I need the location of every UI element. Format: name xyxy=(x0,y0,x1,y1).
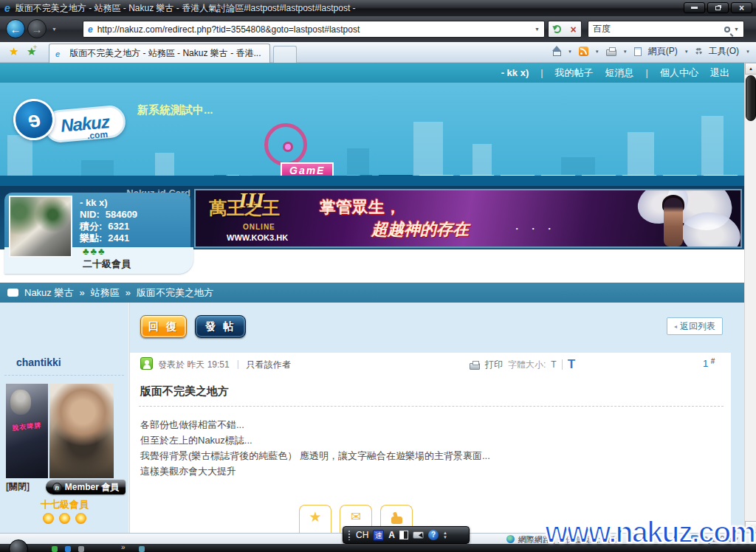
tools-dropdown-icon[interactable]: ▼ xyxy=(746,49,750,54)
screen: e 版面不完美之地方 - 站務區 - Nakuz 樂古 - 香港人氣討論區#la… xyxy=(0,0,756,552)
ime-keyboard-icon[interactable] xyxy=(413,531,424,539)
page-favicon: e xyxy=(88,24,93,35)
new-post-button[interactable]: 發 帖 xyxy=(195,315,246,338)
ime-grip-handle[interactable] xyxy=(348,530,351,540)
minimize-button[interactable] xyxy=(684,2,705,13)
taskbar-item[interactable] xyxy=(139,546,145,552)
home-dropdown-icon[interactable]: ▼ xyxy=(568,49,572,54)
nid-value: 584609 xyxy=(106,209,137,221)
sun-icon xyxy=(59,513,70,524)
userbar-separator: | xyxy=(646,67,648,78)
rss-dropdown-icon[interactable]: ▼ xyxy=(595,49,599,54)
browser-tab[interactable]: e 版面不完美之地方 - 站務區 - Nakuz 樂古 - 香港... xyxy=(49,44,270,63)
rss-icon[interactable] xyxy=(579,46,588,56)
restore-button[interactable] xyxy=(707,2,729,13)
ad-dots: ・・・ xyxy=(512,223,560,236)
ime-fullwidth-toggle[interactable]: A xyxy=(388,530,395,540)
fontsize-small-button[interactable]: T xyxy=(551,359,556,370)
nakuz-logo[interactable]: Nakuz xyxy=(43,104,126,143)
my-posts-link[interactable]: 我的帖子 xyxy=(555,66,594,80)
quicklaunch-icon[interactable] xyxy=(52,546,58,552)
logout-link[interactable]: 退出 xyxy=(710,66,729,80)
back-to-list-button[interactable]: ◂ 返回列表 xyxy=(667,317,723,335)
post-divider xyxy=(139,406,724,407)
ime-language[interactable]: CH xyxy=(356,530,368,540)
fontsize-large-button[interactable]: T xyxy=(568,357,575,372)
speech-bubble-icon xyxy=(7,289,18,297)
scroll-up-icon[interactable]: ▲ xyxy=(745,63,756,75)
idcard-rank: 二十級會員 xyxy=(83,258,131,271)
address-dropdown-icon[interactable]: ▼ xyxy=(535,27,540,32)
post-floor[interactable]: 1 # xyxy=(703,357,715,369)
points-value: 2441 xyxy=(108,232,129,244)
print-dropdown-icon[interactable]: ▼ xyxy=(623,49,628,54)
gear-icon[interactable] xyxy=(695,48,702,55)
score-label: 積分: xyxy=(80,221,102,232)
breadcrumb-section[interactable]: 站務區 xyxy=(91,286,120,300)
reply-button[interactable]: 回 復 xyxy=(140,315,187,338)
refresh-icon[interactable] xyxy=(553,25,561,33)
quicklaunch-chevron[interactable]: » xyxy=(121,543,126,551)
window-titlebar: e 版面不完美之地方 - 站務區 - Nakuz 樂古 - 香港人氣討論區#la… xyxy=(0,0,756,16)
rate-star-button[interactable]: ★ xyxy=(299,505,331,533)
ime-help-icon[interactable]: ? xyxy=(428,530,439,540)
vertical-scrollbar[interactable]: ▲ ▼ xyxy=(744,63,756,533)
post-tools: 打印 字體大小: T T xyxy=(470,357,575,372)
messages-link[interactable]: 短消息 xyxy=(605,66,634,80)
stop-icon[interactable]: × xyxy=(571,24,577,35)
tab-title: 版面不完美之地方 - 站務區 - Nakuz 樂古 - 香港... xyxy=(69,47,261,60)
quicklaunch-icon[interactable] xyxy=(78,546,84,552)
points-label: 樂點: xyxy=(80,232,102,244)
sun-icon xyxy=(43,513,54,524)
forward-button[interactable]: → xyxy=(27,19,47,38)
ad-numeral: III xyxy=(238,189,264,213)
nid-label: NID: xyxy=(80,209,100,221)
close-avatar-link[interactable]: [關閉] xyxy=(6,480,30,493)
username[interactable]: - kk x) xyxy=(501,67,529,78)
quicklaunch-icon[interactable] xyxy=(65,546,71,552)
post-timestamp: 發表於 昨天 19:51 xyxy=(158,359,230,371)
userbar-separator: | xyxy=(540,67,543,78)
history-dropdown-icon[interactable]: ▼ xyxy=(52,27,57,32)
author-name[interactable]: chantikki xyxy=(16,356,61,368)
search-dropdown-icon[interactable]: ▼ xyxy=(734,27,739,32)
add-favorite-icon[interactable]: ★+ xyxy=(27,45,36,58)
print-icon[interactable] xyxy=(606,49,616,56)
score-value: 6321 xyxy=(108,221,129,232)
ad-online-label: ONLINE xyxy=(243,223,275,231)
breadcrumb: Nakuz 樂古 » 站務區 » 版面不完美之地方 xyxy=(0,283,744,303)
post-line: 這樣美觀亦會大大提升 xyxy=(140,463,490,479)
search-input[interactable]: 百度 ▼ xyxy=(588,21,744,38)
only-author-link[interactable]: 只看該作者 xyxy=(247,359,291,371)
ime-punctuation-icon[interactable] xyxy=(399,531,408,539)
post-print-icon[interactable] xyxy=(470,363,480,370)
page-menu-icon[interactable] xyxy=(634,47,642,56)
address-input[interactable]: e http://nakuz.com/redirect.php?tid=3554… xyxy=(83,21,545,38)
floor-number[interactable]: 1 xyxy=(703,358,708,369)
print-link[interactable]: 打印 xyxy=(485,359,503,371)
ad-banner[interactable]: 萬王之王 III ONLINE WWW.KOK3.HK 掌管眾生， 超越神的存在… xyxy=(194,189,742,248)
home-icon[interactable] xyxy=(553,51,561,56)
sun-icon xyxy=(75,513,86,524)
author-rank-stars xyxy=(0,513,129,524)
ime-options-icon[interactable]: ▲▼ xyxy=(443,531,447,539)
close-button[interactable]: × xyxy=(731,2,752,13)
profile-link[interactable]: 個人中心 xyxy=(660,66,698,80)
favorites-star-icon[interactable]: ★ xyxy=(9,45,18,58)
meta-separator: | xyxy=(237,359,239,371)
new-tab-button[interactable] xyxy=(273,46,297,63)
author-avatar-photo xyxy=(49,384,114,478)
breadcrumb-forum[interactable]: Nakuz 樂古 xyxy=(24,286,73,300)
tools-menu[interactable]: 工具(O) xyxy=(709,45,739,58)
scrollbar-thumb[interactable] xyxy=(746,75,756,121)
idcard-username: - kk x) xyxy=(80,197,108,209)
post-line: 各部份也做得相當不錯... xyxy=(140,417,490,432)
ime-method-icon[interactable]: 速 xyxy=(373,530,384,541)
fontsize-label: 字體大小: xyxy=(508,359,546,371)
ad-slogan-2: 超越神的存在 xyxy=(371,218,469,241)
back-button[interactable]: ← xyxy=(6,19,25,38)
page-menu[interactable]: 網頁(P) xyxy=(648,45,678,58)
search-icon[interactable] xyxy=(724,27,730,32)
ime-language-bar[interactable]: CH 速 A ? ▲▼ xyxy=(343,526,470,544)
page-menu-dropdown-icon[interactable]: ▼ xyxy=(684,49,689,54)
